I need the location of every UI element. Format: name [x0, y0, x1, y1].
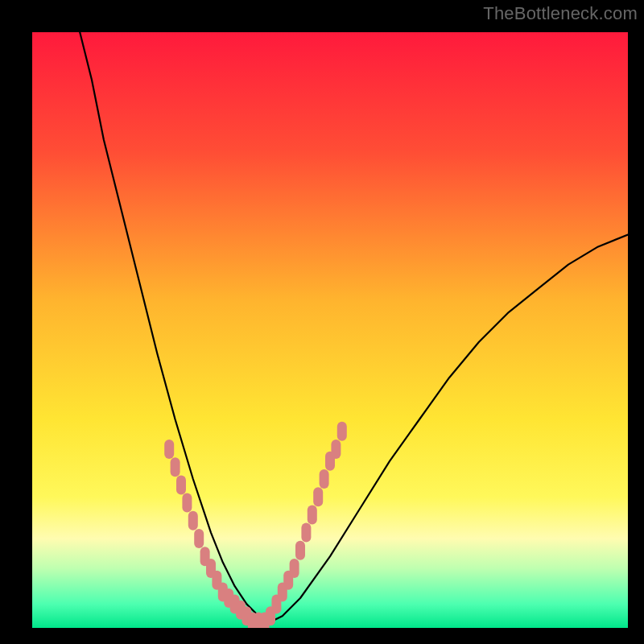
- chart-frame: TheBottleneck.com: [0, 0, 644, 644]
- data-point: [337, 422, 347, 441]
- data-point: [188, 511, 198, 530]
- data-point: [320, 469, 329, 489]
- gradient-background: [32, 32, 628, 628]
- plot-area: [32, 32, 628, 628]
- data-point: [331, 440, 341, 459]
- data-point: [164, 440, 174, 459]
- data-point: [295, 541, 305, 560]
- data-point: [182, 493, 192, 513]
- data-point: [290, 559, 299, 578]
- watermark-text: TheBottleneck.com: [483, 3, 638, 24]
- chart-svg: [32, 32, 628, 628]
- data-point: [176, 475, 186, 494]
- data-point: [308, 505, 317, 524]
- data-point: [194, 529, 204, 548]
- data-point: [301, 523, 311, 543]
- data-point: [171, 457, 180, 477]
- data-point: [313, 487, 323, 506]
